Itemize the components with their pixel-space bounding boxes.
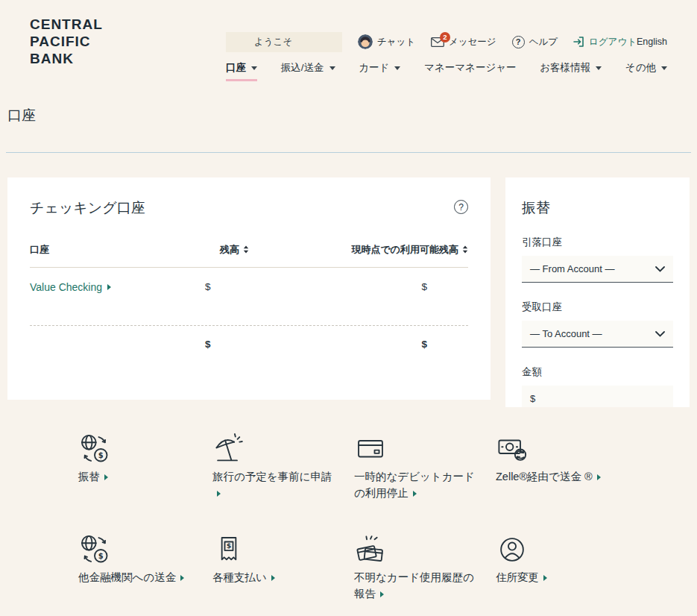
page-title: 口座 xyxy=(7,106,36,125)
nav-label: その他 xyxy=(625,61,656,75)
cards-report-icon xyxy=(354,533,387,566)
svg-text:$: $ xyxy=(98,552,104,560)
arrow-right-icon xyxy=(597,474,601,480)
card-title: チェッキング口座 xyxy=(30,198,145,218)
chat-avatar-icon xyxy=(358,34,373,49)
external-transfer-quick-link[interactable]: $ 他金融機関への送金 xyxy=(78,533,212,603)
to-account-select[interactable]: — To Account — xyxy=(522,321,673,348)
nav-cards[interactable]: カード xyxy=(359,61,400,81)
quick-link-label: Zelle®経由で送金 ® xyxy=(496,471,593,483)
nav-transfers[interactable]: 振込/送金 xyxy=(281,61,335,81)
chevron-down-icon xyxy=(661,66,667,70)
arrow-right-icon xyxy=(217,491,221,497)
quick-link-label: 振替 xyxy=(78,471,100,483)
quick-links: $ 振替 旅行の予定を事前に申請 xyxy=(78,433,645,603)
account-name: Value Checking xyxy=(30,281,102,293)
svg-text:$: $ xyxy=(227,541,232,550)
chevron-down-icon xyxy=(394,66,400,70)
balance-value: $ xyxy=(198,281,309,292)
nav-others[interactable]: その他 xyxy=(625,61,667,81)
nav-customer-info[interactable]: お客様情報 xyxy=(540,61,602,81)
nav-money-manager[interactable]: マネーマネージャー xyxy=(424,61,516,81)
help-icon: ? xyxy=(512,36,525,48)
transfer-title: 振替 xyxy=(522,198,673,218)
nav-label: 振込/送金 xyxy=(281,61,324,75)
quick-link-label: 住所変更 xyxy=(496,571,539,583)
chevron-down-icon xyxy=(655,328,665,339)
arrow-right-icon xyxy=(104,474,108,480)
sort-icon xyxy=(462,245,468,256)
svg-text:$: $ xyxy=(98,451,104,459)
travel-umbrella-icon xyxy=(212,433,245,465)
arrow-right-icon xyxy=(413,491,417,497)
amount-input[interactable]: $ xyxy=(522,386,673,407)
arrow-right-icon xyxy=(380,591,384,597)
bill-pay-quick-link[interactable]: $ 各種支払い xyxy=(212,533,354,603)
help-button[interactable]: ? ヘルプ xyxy=(512,36,558,48)
envelope-icon: 2 xyxy=(431,37,444,47)
sort-icon xyxy=(243,245,249,256)
arrow-right-icon xyxy=(107,284,111,290)
transfer-card: 振替 引落口座 — From Account — 受取口座 — To Accou… xyxy=(505,177,690,407)
money-send-icon xyxy=(496,433,529,465)
globe-transfer-icon: $ xyxy=(78,433,111,465)
amount-label: 金額 xyxy=(522,365,673,379)
language-toggle[interactable]: English xyxy=(637,37,667,47)
messages-button[interactable]: 2 メッセージ xyxy=(431,36,496,48)
debit-card-icon xyxy=(354,433,387,465)
available-balance-value: $ xyxy=(421,281,468,292)
to-account-label: 受取口座 xyxy=(522,301,673,314)
chevron-down-icon xyxy=(655,263,665,274)
help-icon[interactable]: ? xyxy=(454,200,468,214)
total-balance-value: $ xyxy=(198,339,309,350)
logo-line: BANK xyxy=(30,51,103,68)
column-header-available[interactable]: 現時点での利用可能残高 xyxy=(351,243,468,257)
chat-label: チャット xyxy=(377,36,415,48)
from-account-value: — From Account — xyxy=(530,263,614,274)
zelle-quick-link[interactable]: Zelle®経由で送金 ® xyxy=(496,433,645,502)
column-label: 残高 xyxy=(220,243,239,257)
receipt-icon: $ xyxy=(212,533,245,566)
welcome-banner: ようこそ xyxy=(226,32,342,52)
utility-bar: ようこそ チャット 2 メッセージ ? ヘ xyxy=(226,31,667,52)
account-link[interactable]: Value Checking xyxy=(30,281,111,293)
bank-logo[interactable]: CENTRAL PACIFIC BANK xyxy=(30,16,103,67)
transfer-quick-link[interactable]: $ 振替 xyxy=(78,433,212,502)
quick-link-label: 不明なカード使用履歴の報告 xyxy=(354,571,474,600)
travel-notice-quick-link[interactable]: 旅行の予定を事前に申請 xyxy=(212,433,354,502)
from-account-label: 引落口座 xyxy=(522,236,673,249)
logout-label: ログアウト xyxy=(589,36,637,48)
quick-link-label: 各種支払い xyxy=(212,571,267,583)
message-count-badge: 2 xyxy=(440,32,450,43)
arrow-right-icon xyxy=(180,575,184,581)
nav-label: お客様情報 xyxy=(540,61,590,75)
logo-line: CENTRAL xyxy=(30,16,103,34)
arrow-right-icon xyxy=(271,575,275,581)
debit-card-freeze-quick-link[interactable]: 一時的なデビットカードの利用停止 xyxy=(354,433,496,502)
logo-line: PACIFIC xyxy=(30,34,103,51)
messages-label: メッセージ xyxy=(449,36,496,48)
column-header-balance[interactable]: 残高 xyxy=(198,243,309,257)
person-circle-icon xyxy=(496,533,529,566)
chevron-down-icon xyxy=(251,66,257,70)
from-account-select[interactable]: — From Account — xyxy=(522,256,673,283)
nav-label: マネーマネージャー xyxy=(424,61,516,75)
report-unknown-transaction-quick-link[interactable]: 不明なカード使用履歴の報告 xyxy=(354,533,496,603)
nav-label: 口座 xyxy=(226,61,246,75)
help-label: ヘルプ xyxy=(529,36,558,48)
amount-value: $ xyxy=(530,393,535,404)
divider xyxy=(6,152,691,153)
arrow-right-icon xyxy=(543,575,547,581)
total-available-value: $ xyxy=(421,339,468,350)
column-header-account: 口座 xyxy=(30,243,198,257)
chat-button[interactable]: チャット xyxy=(358,34,415,49)
address-change-quick-link[interactable]: 住所変更 xyxy=(496,533,645,603)
nav-accounts[interactable]: 口座 xyxy=(226,61,257,81)
checking-accounts-card: チェッキング口座 ? 口座 残高 現時点での利用可能残高 Value Che xyxy=(7,177,491,400)
nav-label: カード xyxy=(359,61,389,75)
chevron-down-icon xyxy=(329,66,335,70)
logout-button[interactable]: ログアウト xyxy=(573,36,637,48)
quick-link-label: 他金融機関への送金 xyxy=(78,571,176,583)
globe-transfer-icon: $ xyxy=(78,533,111,566)
quick-link-label: 旅行の予定を事前に申請 xyxy=(212,471,332,483)
